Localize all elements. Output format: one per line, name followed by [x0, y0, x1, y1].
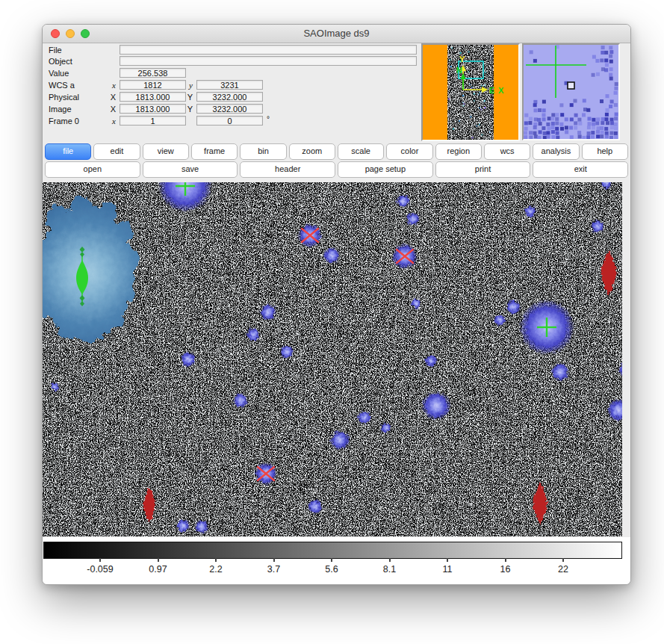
colorbar-strip: -0.0590.972.23.75.68.1111622 — [43, 537, 630, 584]
star-blob — [176, 519, 190, 533]
physical-x-label: X — [107, 93, 116, 102]
physical-x-field[interactable]: 1813.000 — [120, 92, 186, 102]
physical-label: Physical — [49, 93, 79, 102]
star-blob — [51, 383, 60, 391]
magnifier-canvas[interactable] — [524, 45, 618, 139]
panner-x-label: X — [498, 86, 504, 95]
wcs-x-field[interactable]: 1812 — [120, 80, 186, 90]
frame-label: Frame 0 — [49, 117, 79, 126]
colorbar-tick — [158, 558, 159, 562]
menu-view[interactable]: view — [143, 143, 189, 160]
star-blob — [358, 411, 371, 424]
menu-analysis[interactable]: analysis — [533, 143, 579, 160]
image-x-label: X — [107, 105, 116, 114]
file-open-button[interactable]: open — [45, 161, 140, 178]
menu-scale[interactable]: scale — [338, 143, 384, 160]
star-blob — [494, 314, 506, 326]
file-field[interactable] — [120, 45, 417, 55]
star-blob — [181, 352, 196, 367]
frame-rotate-field[interactable]: 0 — [196, 116, 263, 126]
panner-n-label: N — [456, 66, 462, 75]
star-blob — [411, 298, 421, 309]
degree-symbol: ° — [267, 115, 270, 123]
menu-bar: file edit view frame bin zoom scale colo… — [43, 143, 630, 160]
star-blob — [233, 393, 248, 408]
close-button[interactable] — [51, 29, 60, 38]
menu-edit[interactable]: edit — [93, 143, 140, 160]
colorbar-tick-label: 16 — [500, 564, 511, 575]
star-blob — [406, 212, 420, 226]
wcs-y-label: y — [184, 81, 193, 90]
file-exit-button[interactable]: exit — [533, 161, 628, 178]
star-blob — [551, 363, 569, 381]
menu-frame[interactable]: frame — [191, 143, 238, 160]
file-header-button[interactable]: header — [240, 161, 335, 178]
file-print-button[interactable]: print — [435, 161, 531, 178]
star-blob — [246, 328, 260, 341]
colorbar-tick — [505, 558, 506, 562]
value-label: Value — [49, 69, 69, 78]
star-blob — [308, 499, 323, 514]
colorbar-tick-label: 3.7 — [267, 564, 280, 575]
colorbar-tick-label: 0.97 — [149, 564, 167, 575]
star-blob — [381, 423, 391, 433]
star-blob — [591, 220, 604, 233]
star-blob — [422, 391, 450, 420]
menu-help[interactable]: help — [582, 143, 628, 160]
colorbar-tick — [215, 558, 217, 562]
file-save-button[interactable]: save — [143, 161, 238, 178]
colorbar-tick-label: 8.1 — [383, 564, 396, 575]
colorbar-tick — [331, 558, 332, 562]
panner-y-label: Y — [459, 55, 465, 64]
colorbar-tick — [99, 558, 101, 562]
colorbar-gradient[interactable] — [43, 542, 622, 559]
panner-canvas[interactable]: Y N E X — [423, 45, 518, 140]
image-label: Image — [49, 105, 72, 114]
title-bar: SAOImage ds9 — [43, 25, 630, 43]
minimize-button[interactable] — [66, 29, 75, 38]
window-content: File Object Value 256.538 WCS a x 1812 y… — [43, 43, 630, 584]
image-y-label: Y — [184, 105, 193, 114]
image-canvas[interactable] — [43, 182, 622, 536]
physical-y-label: Y — [184, 93, 193, 102]
colorbar-tick-label: 2.2 — [209, 564, 222, 575]
star-blob — [260, 304, 276, 321]
wcs-y-field[interactable]: 3231 — [196, 80, 263, 90]
file-page-setup-button[interactable]: page setup — [338, 161, 433, 178]
panner-widget[interactable]: Y N E X — [421, 43, 520, 141]
star-blob — [506, 300, 521, 315]
object-label: Object — [49, 57, 72, 66]
magnifier-cursor-box-icon — [568, 82, 574, 89]
menu-file[interactable]: file — [45, 143, 91, 160]
frame-x-label: x — [107, 117, 116, 126]
window-title: SAOImage ds9 — [303, 28, 369, 39]
colorbar-tick — [389, 558, 391, 562]
star-blob — [524, 205, 536, 217]
star-blob — [323, 247, 340, 264]
wcs-x-label: x — [107, 81, 116, 90]
colorbar-tick — [273, 558, 275, 562]
file-label: File — [49, 46, 62, 55]
star-blob — [195, 520, 208, 533]
star-blob — [397, 194, 410, 208]
magnifier-widget[interactable] — [522, 43, 620, 140]
value-field[interactable]: 256.538 — [120, 68, 186, 78]
menu-region[interactable]: region — [435, 143, 482, 160]
menu-wcs[interactable]: wcs — [484, 143, 530, 160]
frame-zoom-field[interactable]: 1 — [120, 116, 186, 126]
app-window: SAOImage ds9 File Object Value 256.538 W… — [42, 24, 631, 585]
menu-bin[interactable]: bin — [240, 143, 286, 160]
zoom-button[interactable] — [81, 29, 90, 38]
menu-color[interactable]: color — [386, 143, 432, 160]
colorbar-tick — [562, 558, 564, 562]
image-y-field[interactable]: 3232.000 — [196, 104, 263, 114]
panner-e-label: E — [489, 86, 494, 95]
colorbar-tick-label: 5.6 — [325, 564, 338, 575]
colorbar-tick — [447, 558, 448, 562]
menu-zoom[interactable]: zoom — [289, 143, 335, 160]
colorbar-tick-label: -0.059 — [87, 564, 113, 575]
star-blob — [330, 430, 350, 450]
image-x-field[interactable]: 1813.000 — [120, 104, 186, 114]
object-field[interactable] — [120, 56, 417, 66]
physical-y-field[interactable]: 3232.000 — [196, 92, 263, 102]
